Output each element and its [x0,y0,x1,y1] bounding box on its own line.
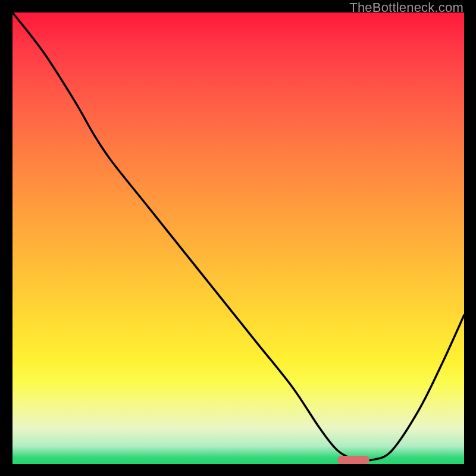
chart-frame: TheBottleneck.com [0,0,476,476]
optimal-marker [337,456,369,464]
chart-plot-area [12,12,464,464]
watermark-text: TheBottleneck.com [349,0,464,15]
bottleneck-curve [12,12,464,464]
